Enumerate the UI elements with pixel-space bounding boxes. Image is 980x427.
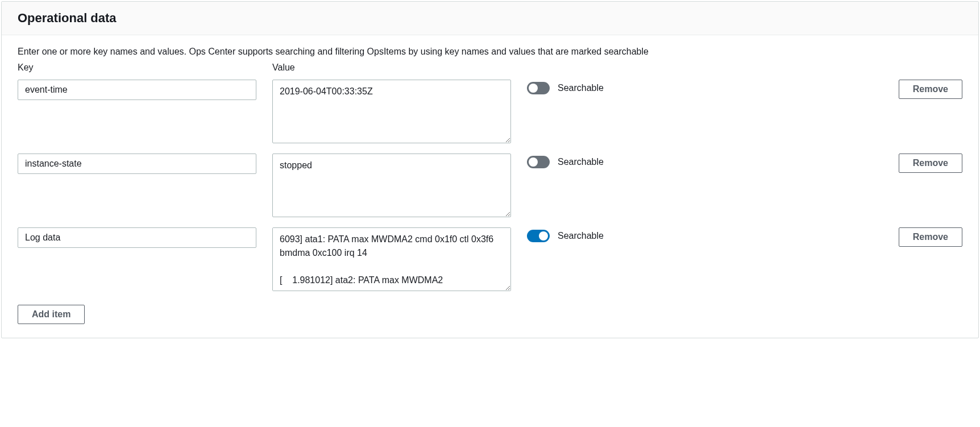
key-input[interactable]	[18, 154, 256, 174]
searchable-label: Searchable	[558, 231, 604, 241]
searchable-toggle-group: Searchable	[527, 154, 697, 168]
key-column-header: Key	[18, 63, 256, 73]
panel-header: Operational data	[2, 2, 978, 35]
toggle-knob	[529, 157, 538, 167]
searchable-toggle-group: Searchable	[527, 80, 697, 94]
searchable-label: Searchable	[558, 83, 604, 93]
toggle-knob	[539, 231, 548, 241]
panel-title: Operational data	[18, 11, 962, 26]
searchable-toggle-group: Searchable	[527, 227, 697, 242]
remove-button[interactable]: Remove	[899, 80, 962, 99]
key-input[interactable]	[18, 80, 256, 100]
remove-button[interactable]: Remove	[899, 227, 962, 247]
data-row: Searchable Remove	[18, 154, 962, 217]
toggle-knob	[529, 84, 538, 93]
data-row: Searchable Remove	[18, 80, 962, 143]
searchable-toggle[interactable]	[527, 82, 550, 94]
panel-description: Enter one or more key names and values. …	[18, 47, 962, 57]
remove-button[interactable]: Remove	[899, 154, 962, 173]
columns-header: Key Value	[18, 63, 962, 73]
key-input[interactable]	[18, 227, 256, 248]
value-column-header: Value	[272, 63, 295, 73]
searchable-label: Searchable	[558, 157, 604, 167]
value-textarea[interactable]	[272, 154, 511, 217]
searchable-toggle[interactable]	[527, 230, 550, 242]
data-row: Searchable Remove	[18, 227, 962, 291]
value-textarea[interactable]	[272, 80, 511, 143]
value-textarea[interactable]	[272, 227, 511, 291]
panel-body: Enter one or more key names and values. …	[2, 35, 978, 338]
add-item-button[interactable]: Add item	[18, 305, 85, 324]
operational-data-panel: Operational data Enter one or more key n…	[1, 1, 979, 338]
searchable-toggle[interactable]	[527, 156, 550, 168]
